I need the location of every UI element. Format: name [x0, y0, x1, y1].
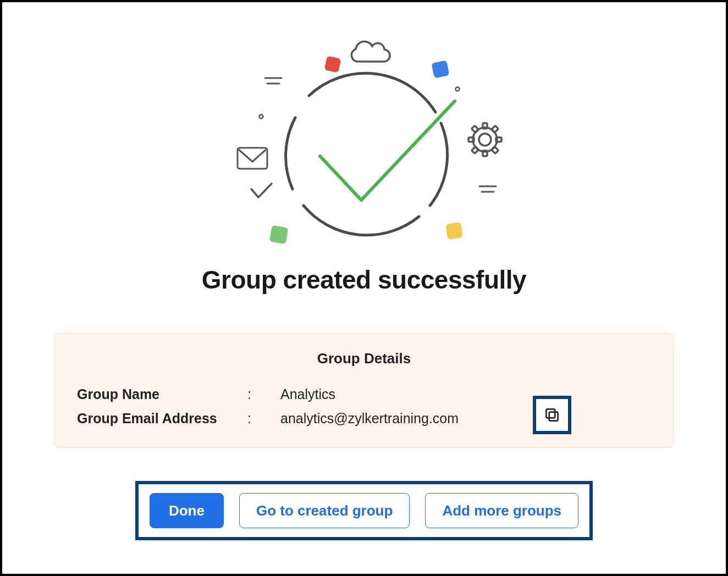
group-details-heading: Group Details	[77, 350, 651, 367]
go-to-created-group-button[interactable]: Go to created group	[239, 493, 410, 528]
group-email-label: Group Email Address	[77, 407, 247, 431]
svg-rect-12	[472, 147, 479, 154]
colon: :	[247, 407, 280, 431]
actions-highlight-box: Done Go to created group Add more groups	[135, 481, 593, 540]
page-title: Group created successfully	[2, 265, 726, 295]
done-button[interactable]: Done	[150, 493, 224, 528]
group-name-label: Group Name	[77, 383, 247, 407]
svg-rect-0	[324, 56, 341, 73]
group-email-value: analytics@zylkertraining.com	[280, 407, 651, 431]
group-name-value: Analytics	[280, 383, 651, 407]
svg-rect-3	[445, 222, 463, 240]
svg-rect-2	[269, 225, 289, 245]
group-details-panel: Group Details Group Name : Analytics Gro…	[54, 333, 674, 448]
success-illustration-svg	[210, 24, 518, 255]
svg-rect-21	[549, 412, 558, 421]
dialog-frame: Group created successfully Group Details…	[0, 0, 728, 576]
svg-rect-1	[431, 60, 449, 78]
add-more-groups-button[interactable]: Add more groups	[425, 493, 578, 528]
svg-point-5	[479, 134, 491, 146]
svg-point-20	[456, 87, 460, 91]
svg-rect-7	[483, 123, 487, 129]
svg-rect-9	[468, 137, 474, 142]
colon: :	[247, 383, 280, 407]
svg-rect-11	[492, 126, 499, 133]
actions-area: Done Go to created group Add more groups	[2, 481, 726, 540]
copy-email-button[interactable]	[533, 396, 571, 434]
copy-icon	[543, 406, 561, 424]
svg-rect-22	[546, 409, 555, 418]
svg-rect-8	[483, 151, 487, 156]
svg-rect-14	[492, 147, 499, 154]
svg-rect-10	[496, 137, 501, 142]
svg-rect-4	[238, 148, 267, 169]
svg-rect-13	[472, 126, 479, 133]
svg-point-19	[260, 115, 263, 119]
success-illustration	[2, 24, 726, 255]
